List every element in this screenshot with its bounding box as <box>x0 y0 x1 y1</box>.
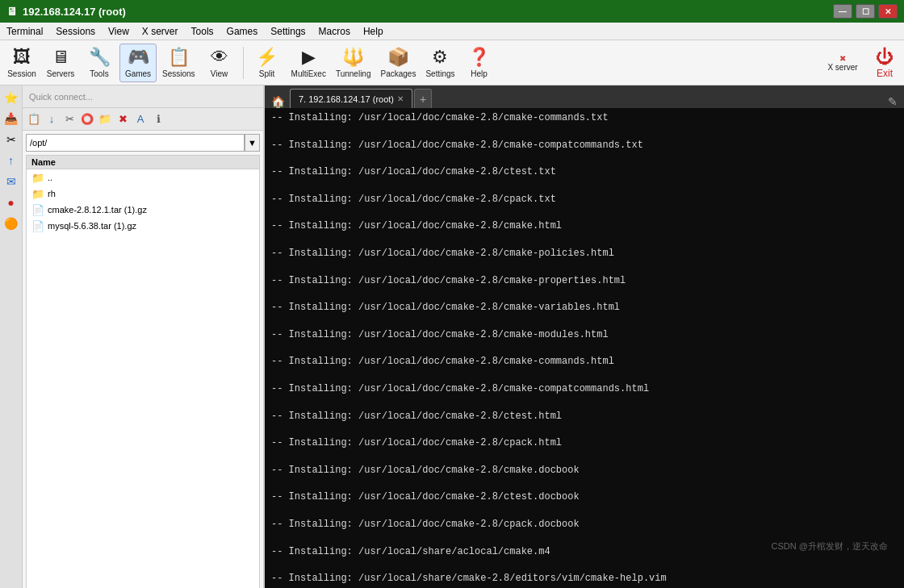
terminal-output[interactable]: -- Installing: /usr/local/doc/cmake-2.8/… <box>265 108 904 588</box>
tab-1[interactable]: 7. 192.168.124.17 (root) ✕ <box>290 89 412 108</box>
list-item-parent[interactable]: 📁 .. <box>27 169 259 186</box>
toolbar-view[interactable]: 👁 View <box>201 44 238 82</box>
maximize-button[interactable]: ☐ <box>856 4 875 19</box>
terminal-line: -- Installing: /usr/local/doc/cmake-2.8/… <box>271 382 898 396</box>
nav-favorites[interactable]: ⭐ <box>2 89 20 106</box>
toolbar-multiexec[interactable]: ▶ MultiExec <box>287 44 330 82</box>
terminal-line: -- Installing: /usr/local/share/cmake-2.… <box>271 572 898 586</box>
nav-cut[interactable]: ✂ <box>2 131 20 148</box>
tab-add-button[interactable]: + <box>414 89 432 108</box>
panel-btn-1[interactable]: 📋 <box>26 111 42 127</box>
toolbar-exit[interactable]: ⏻ Exit <box>868 44 901 82</box>
toolbar-settings[interactable]: ⚙ Settings <box>421 44 458 82</box>
folder-icon: 📁 <box>31 188 44 200</box>
folder-path-bar: ▼ <box>26 134 260 152</box>
exit-label: Exit <box>877 68 893 79</box>
menu-view[interactable]: View <box>102 23 136 40</box>
toolbar-tunneling[interactable]: 🔱 Tunneling <box>332 44 375 82</box>
list-item-cmake[interactable]: 📄 cmake-2.8.12.1.tar (1).gz <box>27 202 259 218</box>
list-item-mysql[interactable]: 📄 mysql-5.6.38.tar (1).gz <box>27 218 259 234</box>
folder-path-input[interactable] <box>26 134 245 152</box>
toolbar-separator-1 <box>243 47 244 79</box>
toolbar-packages[interactable]: 📦 Packages <box>377 44 421 82</box>
panel-btn-download[interactable]: ↓ <box>44 111 60 127</box>
menu-tools[interactable]: Tools <box>185 23 220 40</box>
games-label: Games <box>125 69 151 78</box>
panel-btn-info[interactable]: ℹ <box>150 111 166 127</box>
terminal-line: -- Installing: /usr/local/doc/cmake-2.8/… <box>271 247 898 261</box>
terminal-line: -- Installing: /usr/local/doc/cmake-2.8/… <box>271 490 898 504</box>
window-controls: — ☐ ✕ <box>833 4 898 19</box>
terminal-line: -- Installing: /usr/local/doc/cmake-2.8/… <box>271 355 898 369</box>
list-item-rh[interactable]: 📁 rh <box>27 186 259 202</box>
app-icon: 🖥 <box>6 5 18 18</box>
panel-toolbar: 📋 ↓ ✂ ⭕ 📁 ✖ A ℹ <box>23 108 263 131</box>
settings-icon: ⚙ <box>432 47 448 68</box>
xserver-label: X server <box>827 63 857 72</box>
tools-label: Tools <box>90 69 108 78</box>
sessions-icon: 📋 <box>168 47 190 68</box>
panel-btn-text[interactable]: A <box>132 111 149 127</box>
toolbar-split[interactable]: ⚡ Split <box>249 44 286 82</box>
terminal-area: 🏠 7. 192.168.124.17 (root) ✕ + ✎ -- Inst… <box>265 85 904 588</box>
minimize-button[interactable]: — <box>833 4 852 19</box>
tunneling-icon: 🔱 <box>342 47 364 68</box>
xserver-icon: ✖ <box>839 54 846 63</box>
nav-upload[interactable]: ↑ <box>2 152 20 169</box>
toolbar-session[interactable]: 🖼 Session <box>3 44 40 82</box>
multiexec-label: MultiExec <box>291 69 326 78</box>
settings-label: Settings <box>425 69 454 78</box>
file-icon: 📄 <box>31 204 44 216</box>
menu-macros[interactable]: Macros <box>312 23 357 40</box>
session-icon: 🖼 <box>13 47 31 68</box>
toolbar-xserver[interactable]: ✖ X server <box>818 44 867 82</box>
toolbar-games[interactable]: 🎮 Games <box>119 44 157 82</box>
close-button[interactable]: ✕ <box>878 4 898 19</box>
terminal-line: -- Installing: /usr/local/doc/cmake-2.8/… <box>271 410 898 423</box>
panel-btn-circle-green[interactable]: ⭕ <box>79 111 95 127</box>
file-name: .. <box>48 173 52 182</box>
menu-terminal[interactable]: Terminal <box>0 23 49 40</box>
panel-btn-scissors[interactable]: ✂ <box>61 111 77 127</box>
terminal-line: -- Installing: /usr/local/doc/cmake-2.8/… <box>271 436 898 450</box>
terminal-line: -- Installing: /usr/local/doc/cmake-2.8/… <box>271 464 898 477</box>
terminal-line: -- Installing: /usr/local/doc/cmake-2.8/… <box>271 328 898 342</box>
folder-icon: 📁 <box>31 172 44 184</box>
tab-scroll-left[interactable]: 🏠 <box>268 95 288 108</box>
file-list: Name 📁 .. 📁 rh 📄 cmake-2.8.12.1.tar (1).… <box>26 155 260 588</box>
menu-games[interactable]: Games <box>220 23 265 40</box>
file-icon: 📄 <box>31 220 44 232</box>
toolbar-help[interactable]: ❓ Help <box>461 44 498 82</box>
toolbar-sessions2[interactable]: 📋 Sessions <box>158 44 199 82</box>
quick-connect-placeholder: Quick connect... <box>29 92 93 102</box>
tab-1-label: 7. 192.168.124.17 (root) <box>299 94 394 104</box>
main-content: ⭐ 📥 ✂ ↑ ✉ ● 🟠 Quick connect... 📋 ↓ ✂ ⭕ 📁… <box>0 85 904 588</box>
tab-right-icon[interactable]: ✎ <box>888 95 901 108</box>
view-icon: 👁 <box>211 47 228 68</box>
help-label: Help <box>471 69 488 78</box>
file-list-header: Name <box>27 156 259 169</box>
nav-message[interactable]: ✉ <box>2 173 20 190</box>
nav-download[interactable]: 📥 <box>2 110 20 127</box>
toolbar-servers[interactable]: 🖥 Servers <box>42 44 79 82</box>
panel-btn-delete[interactable]: ✖ <box>115 111 131 127</box>
view-label: View <box>211 69 228 78</box>
terminal-line: -- Installing: /usr/local/doc/cmake-2.8/… <box>271 274 898 288</box>
path-dropdown-icon[interactable]: ▼ <box>245 134 260 152</box>
menu-settings[interactable]: Settings <box>264 23 312 40</box>
split-icon: ⚡ <box>256 47 278 68</box>
toolbar-tools[interactable]: 🔧 Tools <box>81 44 118 82</box>
servers-icon: 🖥 <box>52 47 69 68</box>
terminal-line: -- Installing: /usr/local/doc/cmake-2.8/… <box>271 165 898 179</box>
nav-record[interactable]: ● <box>2 194 20 211</box>
tab-1-close[interactable]: ✕ <box>397 94 404 103</box>
menu-xserver[interactable]: X server <box>136 23 185 40</box>
servers-label: Servers <box>47 69 74 78</box>
panel-btn-folder[interactable]: 📁 <box>97 111 113 127</box>
multiexec-icon: ▶ <box>302 47 316 68</box>
menu-sessions[interactable]: Sessions <box>49 23 102 40</box>
menu-help[interactable]: Help <box>357 23 390 40</box>
nav-ball[interactable]: 🟠 <box>2 215 20 232</box>
quick-connect-input[interactable]: Quick connect... <box>23 85 263 108</box>
left-panel: Quick connect... 📋 ↓ ✂ ⭕ 📁 ✖ A ℹ ▼ Name … <box>23 85 265 588</box>
